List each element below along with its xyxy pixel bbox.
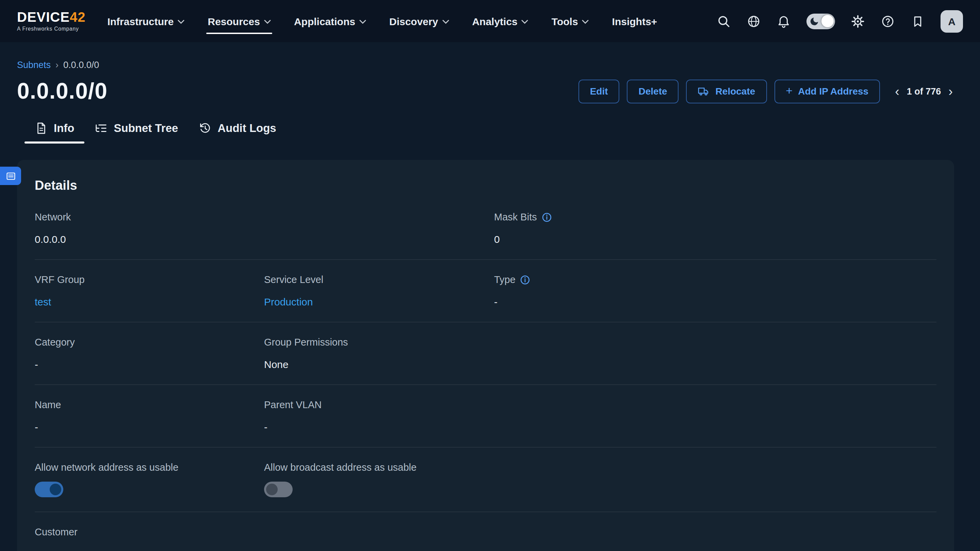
field-value: - [494, 296, 937, 308]
field-type: Type - [494, 274, 937, 308]
top-navbar: DEVICE42 A Freshworks Company Infrastruc… [0, 0, 980, 42]
details-row: VRF Group test Service Level Production … [35, 259, 937, 322]
field-value: None [264, 359, 494, 370]
tab-info[interactable]: Info [24, 122, 85, 143]
field-label: Mask Bits [494, 211, 937, 222]
nav-item-analytics[interactable]: Analytics [471, 8, 530, 34]
field-mask-bits: Mask Bits 0 [494, 211, 937, 245]
main-nav: Infrastructure Resources Applications Di… [106, 0, 659, 42]
breadcrumb-current: 0.0.0.0/0 [63, 60, 99, 70]
record-pager: ‹ 1 of 776 › [894, 85, 954, 98]
chevron-down-icon [264, 20, 271, 24]
nav-label: Applications [294, 15, 355, 27]
toggle-knob [821, 15, 833, 27]
details-row: Network 0.0.0.0 Mask Bits 0 [35, 197, 937, 259]
tab-audit-logs[interactable]: Audit Logs [188, 122, 286, 143]
field-label: Allow network address as usable [35, 462, 264, 473]
tree-list-icon [95, 122, 108, 135]
tab-subnet-tree-label: Subnet Tree [114, 122, 178, 135]
nav-item-insights[interactable]: Insights+ [611, 8, 659, 34]
delete-label: Delete [639, 86, 667, 97]
user-avatar[interactable]: A [940, 10, 963, 32]
add-ip-label: Add IP Address [798, 86, 869, 97]
info-icon[interactable] [542, 212, 552, 222]
tab-bar: Info Subnet Tree Audit Logs [17, 122, 954, 143]
brand-accent: 42 [70, 10, 86, 24]
chevron-down-icon [360, 20, 366, 24]
field-label: Group Permissions [264, 337, 494, 348]
nav-item-applications[interactable]: Applications [293, 8, 368, 34]
chevron-down-icon [442, 20, 449, 24]
field-value: 0 [494, 233, 937, 245]
nav-label: Analytics [472, 15, 517, 27]
edit-button[interactable]: Edit [579, 79, 620, 103]
tab-info-label: Info [54, 122, 75, 135]
settings-gear-icon[interactable] [851, 14, 865, 28]
navbar-utilities: A [717, 10, 963, 32]
field-label: Service Level [264, 274, 494, 285]
breadcrumb: Subnets › 0.0.0.0/0 [17, 60, 954, 70]
search-icon[interactable] [717, 14, 731, 28]
field-label: Network [35, 211, 264, 222]
toggle-knob [266, 484, 278, 495]
details-row: Name - Parent VLAN - [35, 384, 937, 447]
nav-label: Tools [552, 15, 578, 27]
side-panel-flyout-button[interactable] [0, 167, 21, 185]
nav-label: Infrastructure [107, 15, 173, 27]
info-icon[interactable] [520, 275, 530, 285]
tab-subnet-tree[interactable]: Subnet Tree [85, 122, 189, 143]
globe-icon[interactable] [746, 14, 761, 28]
nav-item-tools[interactable]: Tools [550, 8, 590, 34]
field-group-permissions: Group Permissions None [264, 337, 494, 370]
plus-icon: + [786, 85, 792, 97]
nav-label: Resources [208, 15, 260, 27]
details-row: Category - Group Permissions None [35, 322, 937, 384]
field-label: Allow broadcast address as usable [264, 462, 494, 473]
details-row: Allow network address as usable Allow br… [35, 447, 937, 511]
title-row: 0.0.0.0/0 Edit Delete Relocate + Add IP … [17, 78, 954, 104]
nav-item-infrastructure[interactable]: Infrastructure [106, 8, 186, 34]
vrf-group-link[interactable]: test [35, 296, 264, 308]
app-viewport: DEVICE42 A Freshworks Company Infrastruc… [0, 0, 980, 551]
pager-position: 1 of 776 [907, 86, 941, 96]
details-card: Details Network 0.0.0.0 Mask Bits 0 VRF … [17, 160, 954, 551]
chevron-down-icon [582, 20, 589, 24]
breadcrumb-subnets-link[interactable]: Subnets [17, 60, 51, 70]
notifications-bell-icon[interactable] [776, 14, 791, 28]
service-level-link[interactable]: Production [264, 296, 494, 308]
field-value: 0.0.0.0 [35, 233, 264, 245]
device42-logo[interactable]: DEVICE42 A Freshworks Company [17, 10, 86, 32]
allow-network-address-toggle[interactable] [35, 482, 63, 497]
nav-item-resources[interactable]: Resources [207, 8, 272, 34]
field-name: Name - [35, 399, 264, 433]
toggle-knob [50, 484, 61, 495]
field-category: Category - [35, 337, 264, 370]
previous-record-chevron-icon[interactable]: ‹ [894, 85, 901, 98]
field-value: - [35, 421, 264, 433]
allow-broadcast-address-toggle[interactable] [264, 482, 293, 497]
add-ip-address-button[interactable]: + Add IP Address [774, 79, 880, 103]
help-icon[interactable] [881, 14, 895, 28]
relocate-label: Relocate [716, 86, 756, 97]
page-title: 0.0.0.0/0 [17, 78, 108, 104]
field-label: Category [35, 337, 264, 348]
edit-label: Edit [590, 86, 608, 97]
field-parent-vlan: Parent VLAN - [264, 399, 494, 433]
chevron-down-icon [178, 20, 185, 24]
chevron-down-icon [522, 20, 528, 24]
delete-button[interactable]: Delete [627, 79, 679, 103]
field-allow-network-address: Allow network address as usable [35, 462, 264, 497]
bookmark-icon[interactable] [911, 14, 925, 28]
page-header: Subnets › 0.0.0.0/0 0.0.0.0/0 Edit Delet… [0, 42, 980, 143]
next-record-chevron-icon[interactable]: › [947, 85, 954, 98]
relocate-button[interactable]: Relocate [686, 79, 767, 103]
nav-label: Discovery [389, 15, 438, 27]
history-clock-icon [198, 122, 211, 135]
nav-item-discovery[interactable]: Discovery [388, 8, 450, 34]
moon-icon [809, 16, 819, 26]
field-vrf-group: VRF Group test [35, 274, 264, 308]
brand-tagline: A Freshworks Company [17, 27, 86, 32]
breadcrumb-separator: › [56, 60, 59, 70]
dark-mode-toggle[interactable] [807, 13, 835, 29]
action-buttons: Edit Delete Relocate + Add IP Address [579, 79, 880, 103]
